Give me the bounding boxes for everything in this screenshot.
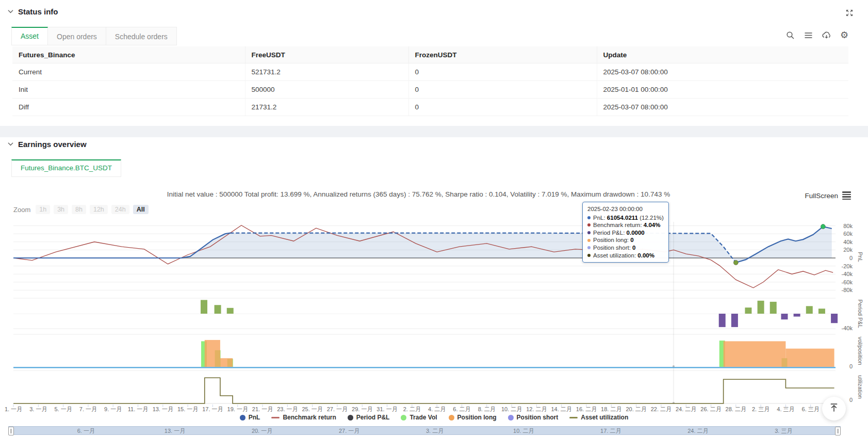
zoom-label: Zoom (13, 206, 30, 214)
column-header-freeusdt: FreeUSDT (245, 46, 408, 63)
cell: 2025-03-07 08:00:00 (597, 99, 848, 116)
table-toolbar: ⚙ (785, 30, 849, 40)
zoom-range-3h[interactable]: 3h (54, 205, 68, 214)
legend-item-period-p-l[interactable]: Period P&L (348, 414, 390, 421)
legend-label: Position short (517, 414, 559, 421)
chart-tooltip: 2025-02-23 00:00:00 PnL: 61054.0211 (12.… (582, 202, 669, 263)
svg-text:40k: 40k (843, 239, 853, 245)
svg-text:17. 一月: 17. 一月 (202, 406, 223, 412)
legend-marker-dot (348, 415, 353, 420)
search-icon[interactable] (785, 30, 795, 40)
tab-schedule-orders[interactable]: Schedule orders (106, 27, 177, 45)
cell: Init (12, 81, 245, 99)
zoom-range-24h[interactable]: 24h (111, 205, 129, 214)
legend-item-trade-vol[interactable]: Trade Vol (401, 414, 437, 421)
back-to-top-icon (829, 402, 839, 415)
expand-icon[interactable] (844, 8, 855, 18)
svg-text:27. 一月: 27. 一月 (327, 406, 348, 412)
svg-text:PnL: PnL (857, 252, 863, 262)
zoom-range-12h[interactable]: 12h (90, 205, 108, 214)
tooltip-row-period-p-l: Period P&L: 0.0000 (587, 229, 664, 237)
cell: 2025-01-01 00:00:00 (597, 81, 848, 99)
tab-futures-binance-btc-usdt[interactable]: Futures_Binance.BTC_USDT (11, 159, 121, 177)
tab-asset[interactable]: Asset (11, 27, 48, 45)
legend-label: Position long (457, 414, 497, 421)
svg-text:7. 一月: 7. 一月 (79, 406, 97, 412)
earnings-header: Earnings overview (7, 140, 87, 149)
cell: 0 (408, 63, 597, 81)
svg-text:31. 一月: 31. 一月 (376, 406, 397, 412)
table-row-current: Current521731.202025-03-07 08:00:00 (12, 63, 848, 81)
svg-text:20k: 20k (843, 247, 853, 253)
chevron-down-icon[interactable] (7, 8, 14, 15)
cloud-download-icon[interactable] (821, 30, 831, 40)
svg-text:6. 二月: 6. 二月 (453, 406, 470, 412)
cell: 500000 (245, 81, 408, 99)
legend-label: Benchmark return (283, 414, 336, 421)
navigator-label: 3. 二月 (426, 427, 444, 435)
earnings-chart[interactable]: 80k60k40k20k0-20k-40k-60k-80k-40k00PnLPe… (0, 216, 868, 415)
cell: 2025-03-07 08:00:00 (597, 63, 848, 81)
back-to-top-button[interactable] (822, 397, 846, 420)
svg-text:8. 二月: 8. 二月 (478, 406, 496, 412)
svg-text:60k: 60k (843, 231, 853, 237)
legend-item-pnl[interactable]: PnL (240, 414, 260, 421)
legend-item-asset-utilization[interactable]: Asset utilization (569, 414, 628, 421)
navigator-label: 3. 三月 (775, 427, 792, 435)
chevron-down-icon[interactable] (7, 141, 14, 148)
chart-legend: PnLBenchmark returnPeriod P&LTrade VolPo… (0, 414, 868, 421)
navigator-label: 17. 二月 (600, 427, 621, 435)
svg-text:80k: 80k (843, 223, 853, 229)
legend-marker-dot (401, 415, 406, 420)
status-tabs: Asset Open orders Schedule orders (11, 27, 177, 45)
cell[interactable]: Current (12, 63, 245, 81)
column-header-futures-binance: Futures_Binance (12, 46, 245, 63)
svg-text:16. 二月: 16. 二月 (576, 406, 597, 412)
cell: 0 (408, 81, 597, 99)
zoom-range-all[interactable]: All (133, 205, 149, 214)
svg-text:12. 二月: 12. 二月 (526, 406, 547, 412)
menu-icon[interactable] (803, 30, 813, 40)
svg-text:0: 0 (849, 255, 853, 261)
cell: 21731.2 (245, 99, 408, 116)
svg-text:10. 二月: 10. 二月 (501, 406, 522, 412)
svg-text:0: 0 (849, 363, 853, 369)
trading-dashboard: Status info Asset Open orders Schedule o… (0, 0, 868, 437)
legend-label: Trade Vol (410, 414, 437, 421)
navigator-right-handle[interactable] (835, 427, 841, 435)
tooltip-row-position-short: Position short: 0 (587, 244, 664, 252)
navigator-left-handle[interactable] (8, 427, 14, 435)
svg-text:-40k: -40k (842, 271, 853, 277)
fullscreen-button[interactable]: FullScreen (805, 191, 851, 200)
zoom-range-8h[interactable]: 8h (72, 205, 86, 214)
tooltip-row-pnl: PnL: 61054.0211 (12.21%) (587, 214, 664, 222)
status-info-header: Status info (7, 7, 58, 16)
svg-text:29. 一月: 29. 一月 (352, 406, 372, 412)
svg-text:24. 二月: 24. 二月 (676, 406, 696, 412)
navigator-label: 6. 一月 (77, 427, 95, 435)
svg-text:19. 一月: 19. 一月 (227, 406, 248, 412)
cell: 0 (408, 99, 597, 116)
legend-item-benchmark-return[interactable]: Benchmark return (271, 414, 336, 421)
earnings-tabs: Futures_Binance.BTC_USDT (11, 159, 121, 177)
svg-text:-20k: -20k (842, 263, 853, 269)
svg-text:22. 二月: 22. 二月 (651, 406, 672, 412)
navigator-label: 24. 二月 (687, 427, 708, 435)
chart-context-menu-icon[interactable] (842, 191, 851, 200)
zoom-range-1h[interactable]: 1h (36, 205, 50, 214)
navigator-label: 13. 一月 (165, 427, 185, 435)
chart-navigator[interactable]: 6. 一月13. 一月20. 一月27. 一月3. 二月10. 二月17. 二月… (8, 426, 841, 435)
tooltip-row-asset-utilization: Asset utilization: 0.00% (587, 252, 664, 260)
svg-text:-40k: -40k (842, 325, 853, 331)
asset-table-body: Current521731.202025-03-07 08:00:00Init5… (12, 63, 848, 116)
svg-text:vol/position: vol/position (857, 336, 863, 365)
svg-text:13. 一月: 13. 一月 (153, 406, 173, 412)
tab-open-orders[interactable]: Open orders (48, 27, 106, 45)
navigator-label: 20. 一月 (252, 427, 272, 435)
svg-text:-60k: -60k (842, 279, 853, 285)
status-info-title: Status info (18, 7, 58, 16)
svg-text:5. 一月: 5. 一月 (54, 406, 72, 412)
legend-item-position-long[interactable]: Position long (449, 414, 497, 421)
settings-icon[interactable]: ⚙ (839, 30, 849, 40)
legend-item-position-short[interactable]: Position short (508, 414, 559, 421)
